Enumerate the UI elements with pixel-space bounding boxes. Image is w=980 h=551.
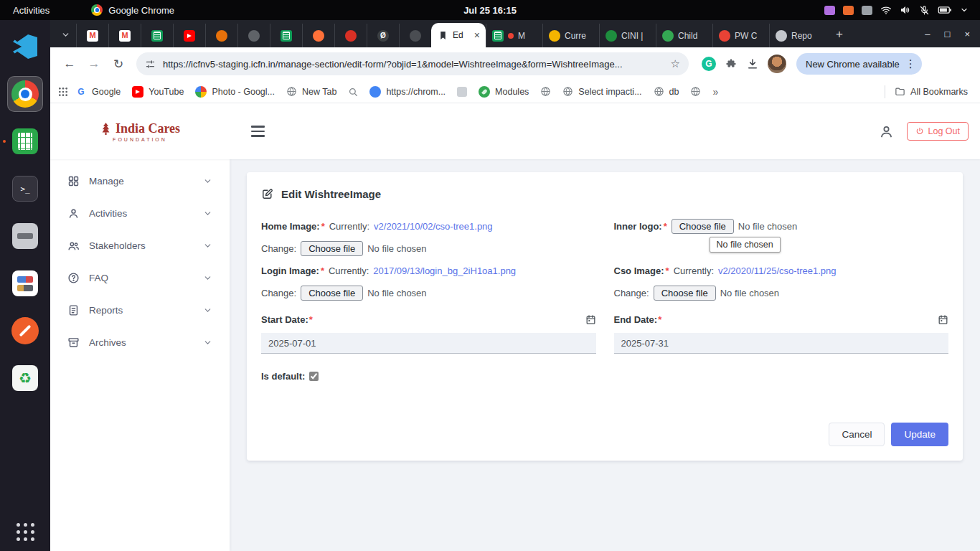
dock-backup-tool-icon[interactable]: ♻ xyxy=(7,360,43,396)
dock-libreoffice-calc-icon[interactable] xyxy=(7,123,43,159)
tab-site-4[interactable] xyxy=(334,24,367,47)
dock-image-viewer-icon[interactable] xyxy=(7,265,43,301)
update-button[interactable]: Update xyxy=(891,423,948,446)
new-tab-button[interactable]: + xyxy=(830,25,849,44)
microphone-muted-icon[interactable] xyxy=(919,5,930,16)
login-image-current-link[interactable]: 2017/09/13/login_bg_2iH1oa1.png xyxy=(373,265,516,276)
tab-pw[interactable]: PW C xyxy=(712,24,769,47)
tab-active-edit[interactable]: Ed × xyxy=(431,23,486,47)
focused-app-indicator[interactable]: Google Chrome xyxy=(91,4,174,16)
tab-youtube[interactable] xyxy=(173,24,205,47)
site-controls-icon[interactable] xyxy=(145,59,156,70)
tab-site-1[interactable] xyxy=(205,24,237,47)
cancel-button[interactable]: Cancel xyxy=(829,423,885,446)
tab-sheets-1[interactable] xyxy=(141,24,173,47)
bookmark-select-impact[interactable]: Select impacti... xyxy=(557,84,646,99)
logout-button[interactable]: Log Out xyxy=(907,122,969,141)
bookmark-pinned-icon[interactable] xyxy=(452,85,472,99)
menu-toggle-button[interactable] xyxy=(248,123,268,140)
window-indicator-icon[interactable] xyxy=(862,6,872,15)
home-image-choose-file-button[interactable]: Choose file xyxy=(301,241,363,256)
clock[interactable]: Jul 25 16:15 xyxy=(463,5,517,16)
tab-child[interactable]: Child xyxy=(656,24,712,47)
tab-sheets-2[interactable] xyxy=(270,24,302,47)
activities-button[interactable]: Activities xyxy=(0,0,62,20)
sidebar-item-activities[interactable]: Activities xyxy=(50,197,230,230)
close-window-button[interactable]: × xyxy=(964,29,970,39)
tab-site-5[interactable]: Ø xyxy=(367,24,399,47)
sidebar-item-stakeholders[interactable]: Stakeholders xyxy=(50,230,230,262)
bookmark-globe-1[interactable] xyxy=(535,84,556,99)
dock-archive-manager-icon[interactable] xyxy=(7,218,43,254)
tab-site-6[interactable] xyxy=(399,24,431,47)
apps-grid-icon[interactable] xyxy=(57,86,69,98)
tab-curre[interactable]: Curre xyxy=(542,24,599,47)
tab-meet[interactable]: M xyxy=(486,24,542,47)
downloads-icon[interactable] xyxy=(746,57,759,70)
minimize-button[interactable]: – xyxy=(925,29,930,39)
screencast-icon[interactable] xyxy=(843,6,854,15)
wifi-icon[interactable] xyxy=(880,4,892,16)
tab-site-3[interactable] xyxy=(302,24,334,47)
tab-search-button[interactable] xyxy=(56,25,75,44)
battery-icon[interactable] xyxy=(938,5,952,15)
home-image-current-link[interactable]: v2/2021/10/02/cso-tree1.png xyxy=(374,221,493,232)
calendar-icon[interactable] xyxy=(938,314,948,325)
dock-screenshot-tool-icon[interactable] xyxy=(7,313,43,349)
bookmark-photos[interactable]: Photo - Googl... xyxy=(190,84,280,100)
volume-icon[interactable] xyxy=(900,4,911,16)
bookmark-new-tab[interactable]: New Tab xyxy=(281,84,341,99)
cso-image-choose-file-button[interactable]: Choose file xyxy=(654,286,716,301)
tab-gmail-1[interactable]: M xyxy=(76,24,108,47)
tab-gmail-2[interactable]: M xyxy=(108,24,141,47)
dock-chrome-icon[interactable] xyxy=(7,76,43,112)
login-image-change-row: Change: Choose file No file chosen xyxy=(261,284,596,301)
bookmark-chrome-link[interactable]: https://chrom... xyxy=(364,84,451,100)
bookmark-youtube[interactable]: YouTube xyxy=(127,84,189,100)
bookmark-google[interactable]: GGoogle xyxy=(70,84,126,100)
profile-avatar[interactable] xyxy=(768,55,786,73)
grammarly-icon[interactable]: G xyxy=(702,57,716,71)
login-image-choose-file-button[interactable]: Choose file xyxy=(301,286,363,301)
currently-label: Currently: xyxy=(674,265,714,276)
maximize-button[interactable]: □ xyxy=(945,29,951,39)
sidebar-item-manage[interactable]: Manage xyxy=(50,165,230,197)
browser-menu-icon[interactable]: ⋮ xyxy=(905,57,916,70)
sidebar-item-reports[interactable]: Reports xyxy=(50,294,230,326)
currently-label: Currently: xyxy=(329,221,369,232)
is-default-checkbox[interactable] xyxy=(309,372,319,381)
end-date-input[interactable] xyxy=(614,333,949,354)
bookmarks-overflow-button[interactable]: » xyxy=(707,84,723,100)
sidebar-item-archives[interactable]: Archives xyxy=(50,326,230,359)
tab-close-icon[interactable]: × xyxy=(474,30,480,40)
tab-site-2[interactable] xyxy=(237,24,270,47)
dock-terminal-icon[interactable]: >_ xyxy=(7,171,43,207)
bookmark-db[interactable]: db xyxy=(649,84,684,99)
tab-cini[interactable]: CINI | xyxy=(599,24,656,47)
reload-button[interactable]: ↻ xyxy=(108,53,129,75)
brand-logo[interactable]: India Cares FOUNDATION xyxy=(100,121,180,142)
back-button[interactable]: ← xyxy=(59,53,80,75)
tab-repo[interactable]: Repo xyxy=(769,24,826,47)
sidebar-item-faq[interactable]: FAQ xyxy=(50,262,230,294)
address-bar[interactable]: https://icfnv5-staging.icfn.in/manage-se… xyxy=(136,52,689,75)
url-text[interactable]: https://icfnv5-staging.icfn.in/manage-se… xyxy=(163,59,664,70)
user-icon[interactable] xyxy=(879,124,894,139)
start-date-input[interactable] xyxy=(261,333,596,354)
calendar-icon[interactable] xyxy=(585,314,596,325)
sheets-icon xyxy=(492,30,504,42)
inner-logo-choose-file-button[interactable]: Choose file xyxy=(672,219,734,234)
cso-image-current-link[interactable]: v2/2020/11/25/cso-tree1.png xyxy=(718,265,837,276)
bookmark-search-only[interactable] xyxy=(343,85,363,99)
screen-share-icon[interactable] xyxy=(824,6,835,15)
show-applications-button[interactable] xyxy=(17,523,34,541)
bookmark-star-icon[interactable]: ☆ xyxy=(671,57,680,70)
update-chrome-chip[interactable]: New Chrome available ⋮ xyxy=(796,53,922,75)
all-bookmarks-button[interactable]: All Bookmarks xyxy=(875,83,973,100)
bookmark-globe-2[interactable] xyxy=(685,84,706,99)
dock-vscode-icon[interactable] xyxy=(7,29,43,65)
forward-button[interactable]: → xyxy=(83,53,105,75)
bookmark-modules[interactable]: Modules xyxy=(473,84,534,100)
extensions-puzzle-icon[interactable] xyxy=(725,57,738,70)
chevron-down-icon[interactable] xyxy=(960,6,969,14)
